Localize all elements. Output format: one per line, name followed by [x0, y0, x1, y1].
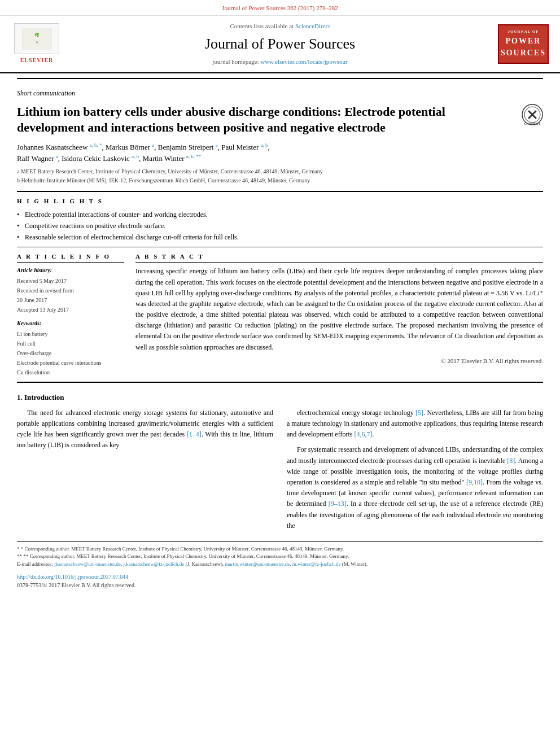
abstract-col: A B S T R A C T Increasing specific ener… — [135, 252, 543, 378]
intro-title: 1. Introduction — [17, 392, 543, 403]
email-link-3[interactable]: martin.winter@uni-muenster.de — [225, 561, 290, 567]
intro-p2: electrochemical energy storage technolog… — [287, 408, 543, 440]
footnotes: * * Corresponding author. MEET Battery R… — [17, 541, 543, 590]
article-history-title: Article history: — [17, 266, 124, 274]
intro-two-col: The need for advanced electronic energy … — [17, 408, 543, 536]
abstract-paragraph: Increasing specific energy of lithium io… — [135, 266, 543, 353]
intro-col-left: The need for advanced electronic energy … — [17, 408, 273, 536]
revised-date: 20 June 2017 — [17, 295, 124, 305]
email-link-1[interactable]: jkasnatscheew@uni-muenster.de — [54, 561, 121, 567]
article-info-abstract: A R T I C L E I N F O Article history: R… — [17, 252, 543, 378]
science-direct-line: Contents lists available at ScienceDirec… — [62, 21, 498, 31]
highlights-list: Electrode potential interactions of coun… — [17, 209, 543, 242]
doi-link[interactable]: http://dx.doi.org/10.1016/j.jpowsour.201… — [17, 574, 128, 580]
power-sources-logo: JOURNAL OF POWER SOURCES — [498, 24, 549, 64]
journal-ref: Journal of Power Sources 362 (2017) 278–… — [222, 5, 338, 11]
article-info-col: A R T I C L E I N F O Article history: R… — [17, 252, 124, 378]
journal-title: Journal of Power Sources — [62, 33, 498, 55]
main-content: Short communication Lithium ion battery … — [0, 78, 560, 590]
keyword-5: Cu dissolution — [17, 368, 124, 377]
highlights-title: H I G H L I G H T S — [17, 196, 543, 206]
crossmark-icon: CrossMark — [522, 104, 543, 125]
ref-5[interactable]: [5] — [415, 409, 423, 417]
highlights-section: H I G H L I G H T S Electrode potential … — [17, 196, 543, 242]
ref-4-6-7[interactable]: [4,6,7] — [354, 430, 372, 438]
received-date: Received 5 May 2017 — [17, 276, 124, 286]
keyword-3: Over-discharge — [17, 348, 124, 358]
svg-rect-0 — [23, 29, 51, 49]
email-link-4[interactable]: m.winter@fz-juelich.de — [292, 561, 341, 567]
article-info-header: A R T I C L E I N F O — [17, 252, 124, 263]
highlight-item-2: Competitive reactions on positive electr… — [17, 221, 543, 231]
received-revised-label: Received in revised form — [17, 286, 124, 295]
accepted-date: Accepted 13 July 2017 — [17, 305, 124, 314]
footnote-star1: * * Corresponding author. MEET Battery R… — [17, 545, 543, 553]
footnote-emails: E-mail addresses: jkasnatscheew@uni-muen… — [17, 561, 543, 569]
svg-text:🌿: 🌿 — [34, 32, 39, 37]
intro-p1: The need for advanced electronic energy … — [17, 408, 273, 451]
journal-homepage: journal homepage: www.elsevier.com/locat… — [62, 57, 498, 67]
keywords-title: Keywords: — [17, 319, 124, 327]
article-title-block: Lithium ion battery cells under abusive … — [17, 104, 543, 136]
ps-logo-line2: POWER — [506, 35, 541, 47]
article-type: Short communication — [17, 84, 543, 101]
email-link-2[interactable]: j.kasnatscheew@fz-juelich.de — [124, 561, 185, 567]
journal-header: 🌿 ⚗ ELSEVIER Contents lists available at… — [0, 16, 560, 73]
keyword-4: Electrode potential curve interactions — [17, 358, 124, 368]
ps-logo-line3: SOURCES — [501, 47, 546, 59]
journal-homepage-link[interactable]: www.elsevier.com/locate/jpowsour — [260, 58, 347, 65]
top-bar: Journal of Power Sources 362 (2017) 278–… — [0, 0, 560, 16]
body-section-intro: 1. Introduction The need for advanced el… — [17, 392, 543, 536]
elsevier-logo-box: 🌿 ⚗ — [14, 23, 59, 54]
doi-line: http://dx.doi.org/10.1016/j.jpowsour.201… — [17, 573, 543, 581]
journal-center: Contents lists available at ScienceDirec… — [62, 21, 498, 67]
highlight-item-1: Electrode potential interactions of coun… — [17, 209, 543, 220]
copyright-text: © 2017 Elsevier B.V. All rights reserved… — [135, 356, 543, 366]
affiliation-a: a MEET Battery Research Center, Institut… — [17, 167, 543, 176]
ref-1-4[interactable]: [1–4] — [187, 430, 202, 438]
article-info-dates: Received 5 May 2017 Received in revised … — [17, 276, 124, 314]
issn-line: 0378-7753/© 2017 Elsevier B.V. All right… — [17, 581, 543, 589]
ref-8[interactable]: [8] — [507, 457, 515, 465]
ref-9-13[interactable]: [9–13] — [329, 500, 347, 508]
ref-9-10[interactable]: [9,10] — [466, 478, 483, 486]
footnote-star2: ** ** Corresponding author. MEET Battery… — [17, 553, 543, 561]
intro-p3: For systematic research and development … — [287, 444, 543, 531]
ps-logo-line1: JOURNAL OF — [508, 29, 539, 35]
abstract-text: Increasing specific energy of lithium io… — [135, 266, 543, 366]
abstract-header: A B S T R A C T — [135, 252, 543, 263]
svg-text:CrossMark: CrossMark — [524, 122, 541, 125]
page: Journal of Power Sources 362 (2017) 278–… — [0, 0, 560, 589]
elsevier-text: ELSEVIER — [20, 56, 54, 64]
keywords-list: Li ion battery Full cell Over-discharge … — [17, 329, 124, 377]
highlight-item-3: Reasonable selection of electrochemical … — [17, 232, 543, 242]
intro-col-right: electrochemical energy storage technolog… — [287, 408, 543, 536]
affiliations: a MEET Battery Research Center, Institut… — [17, 167, 543, 185]
elsevier-logo: 🌿 ⚗ ELSEVIER — [11, 23, 62, 64]
keyword-2: Full cell — [17, 339, 124, 348]
authors-text: Johannes Kasnatscheew a, b, *, Markus Bö… — [17, 143, 270, 163]
science-direct-link[interactable]: ScienceDirect — [295, 23, 330, 29]
article-title-text: Lithium ion battery cells under abusive … — [17, 104, 522, 136]
keyword-1: Li ion battery — [17, 329, 124, 339]
affiliation-b: b Helmholtz-Institute Münster (HI MS), I… — [17, 176, 543, 185]
authors-line: Johannes Kasnatscheew a, b, *, Markus Bö… — [17, 142, 543, 164]
